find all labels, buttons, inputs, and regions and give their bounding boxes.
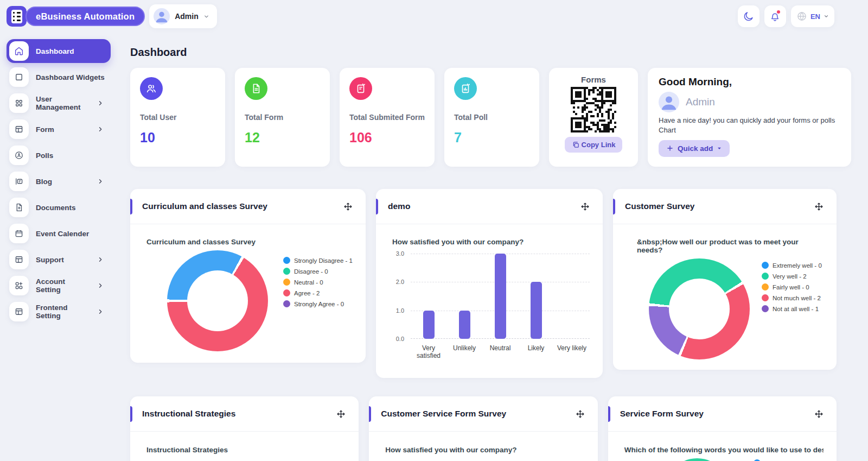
caret-down-icon	[717, 146, 722, 151]
forms-qr-card: Forms Copy Link	[549, 68, 638, 167]
chevron-right-icon	[97, 256, 104, 263]
widget-demo: demo How satisfied you with our company?…	[376, 189, 603, 378]
main-content: Dashboard Total User 10 Total Form 12	[111, 33, 868, 461]
sidebar-item-account-setting[interactable]: Account Setting	[7, 274, 111, 298]
sidebar-item-form[interactable]: Form	[7, 117, 111, 141]
blog-icon	[9, 172, 29, 191]
widget-icon	[9, 67, 29, 87]
notifications-button[interactable]	[764, 5, 786, 27]
move-icon[interactable]	[573, 407, 587, 421]
x-tick-label: Likely	[518, 344, 554, 359]
poll-icon	[9, 146, 29, 165]
legend-item: Not at all well - 1	[762, 305, 822, 312]
calendar-icon	[9, 224, 29, 243]
legend-label: Extremely well - 0	[773, 262, 822, 269]
widget-title: Curriculum and classes Survey	[142, 201, 267, 211]
sidebar-item-documents[interactable]: Documents	[7, 195, 111, 219]
sidebar-item-frontend-setting[interactable]: Frontend Setting	[7, 300, 111, 324]
sidebar-item-label: Dashboard	[36, 47, 74, 55]
sidebar-item-blog[interactable]: Blog	[7, 169, 111, 193]
sidebar-item-polls[interactable]: Polls	[7, 143, 111, 167]
stat-card-total-submited-form: Total Submited Form 106	[340, 68, 435, 167]
stat-card-total-form: Total Form 12	[235, 68, 330, 167]
accent-bar	[369, 406, 371, 422]
grid-icon	[9, 93, 29, 113]
widget-customer-service-form-survey: Customer Service Form Survey How satisfi…	[369, 396, 597, 461]
x-tick-label: Neutral	[482, 344, 518, 359]
stat-label: Total Submited Form	[349, 113, 425, 122]
notification-badge	[777, 10, 780, 14]
move-icon[interactable]	[334, 407, 348, 421]
charts-row: Curriculum and classes Survey Curriculum…	[130, 189, 837, 378]
sidebar-item-label: Event Calender	[36, 230, 89, 238]
bar-slot	[446, 254, 482, 339]
sidebar-item-dashboard[interactable]: Dashboard	[7, 39, 111, 63]
sidebar-item-label: Blog	[36, 178, 52, 186]
legend-item: Disagree - 0	[283, 268, 353, 275]
sidebar-item-label: Documents	[36, 204, 76, 212]
x-tick-label: Very satisfied	[411, 344, 446, 359]
legend-item: Strongly Disagree - 1	[283, 257, 353, 264]
legend-label: Strongly Agree - 0	[294, 301, 344, 307]
stat-label: Total Form	[245, 113, 320, 122]
accent-bar	[130, 199, 132, 214]
stat-value: 7	[454, 130, 529, 146]
sidebar-item-label: Dashboard Widgets	[36, 73, 105, 81]
accent-bar	[130, 406, 132, 422]
bar-slot	[411, 254, 446, 339]
legend-item: Not much well - 2	[762, 294, 822, 301]
page-title: Dashboard	[130, 46, 837, 59]
y-tick-label: 1.0	[396, 307, 404, 314]
sidebar-item-support[interactable]: Support	[7, 248, 111, 271]
sidebar-item-event-calender[interactable]: Event Calender	[7, 222, 111, 245]
legend-label: Not at all well - 1	[773, 306, 819, 312]
bar-series	[411, 254, 590, 339]
app-logo[interactable]: eBusiness Automation	[7, 6, 145, 27]
greeting-message: Have a nice day! you can quickly add you…	[659, 116, 840, 135]
quick-add-button[interactable]: Quick add	[659, 140, 730, 157]
sidebar-item-dashboard-widgets[interactable]: Dashboard Widgets	[7, 65, 111, 89]
stats-row: Total User 10 Total Form 12 Total Submit…	[130, 68, 837, 167]
language-selector[interactable]: EN	[791, 5, 834, 27]
stat-value: 106	[349, 130, 425, 146]
chart-legend: Strongly Disagree - 1Disagree - 0Neutral…	[283, 257, 353, 307]
dark-mode-toggle[interactable]	[738, 5, 760, 27]
stat-label: Total User	[140, 113, 215, 122]
x-axis: Very satisfiedUnlikelyNeutralLikelyVery …	[411, 344, 590, 359]
bar-slot	[518, 254, 554, 339]
chevron-right-icon	[97, 308, 104, 315]
legend-item: Fairly well - 0	[762, 283, 822, 291]
sidebar-item-label: Support	[36, 256, 64, 264]
chevron-right-icon	[97, 100, 104, 106]
file-icon	[245, 77, 267, 100]
x-tick-label: Very likely	[554, 344, 590, 359]
legend-item: Very well - 2	[762, 273, 822, 280]
sidebar-item-label: Frontend Setting	[36, 304, 90, 320]
y-tick-label: 0.0	[396, 336, 404, 342]
legend-item: Strongly Agree - 0	[283, 300, 353, 307]
copy-link-button[interactable]: Copy Link	[565, 137, 623, 153]
chevron-right-icon	[97, 282, 104, 289]
move-icon[interactable]	[578, 200, 592, 213]
sidebar-item-user-management[interactable]: User Management	[7, 91, 111, 115]
chart-title: Which of the following words you would l…	[624, 446, 824, 454]
chevron-right-icon	[97, 126, 104, 132]
home-icon	[9, 41, 29, 61]
move-icon[interactable]	[341, 200, 355, 213]
move-icon[interactable]	[812, 407, 826, 421]
poll-chart-icon	[454, 77, 477, 100]
forms-card-title: Forms	[554, 75, 633, 84]
plot-area	[411, 254, 590, 339]
legend-label: Strongly Disagree - 1	[294, 257, 353, 264]
document-icon	[9, 198, 29, 217]
sidebar-item-label: Account Setting	[36, 277, 90, 294]
user-menu[interactable]: Admin	[149, 4, 217, 28]
support-icon	[9, 250, 29, 269]
legend-dot	[762, 273, 769, 280]
sidebar-item-label: User Management	[36, 95, 90, 111]
chart-title: Instructional Strategies	[146, 446, 346, 454]
y-axis: 3.02.01.00.0	[392, 254, 406, 339]
sidebar-item-label: Polls	[36, 151, 53, 160]
move-icon[interactable]	[812, 200, 826, 213]
chart-title: Curriculum and classes Survey	[146, 238, 353, 246]
